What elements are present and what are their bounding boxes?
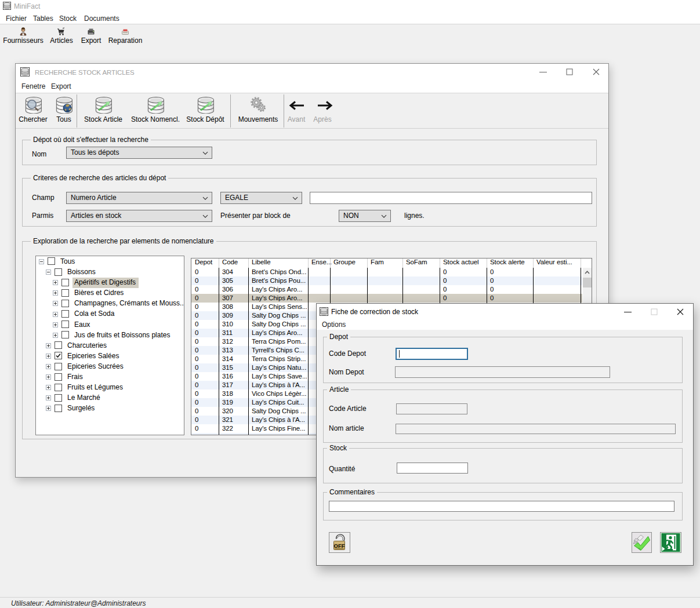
svg-text:OFF: OFF [334, 543, 345, 549]
